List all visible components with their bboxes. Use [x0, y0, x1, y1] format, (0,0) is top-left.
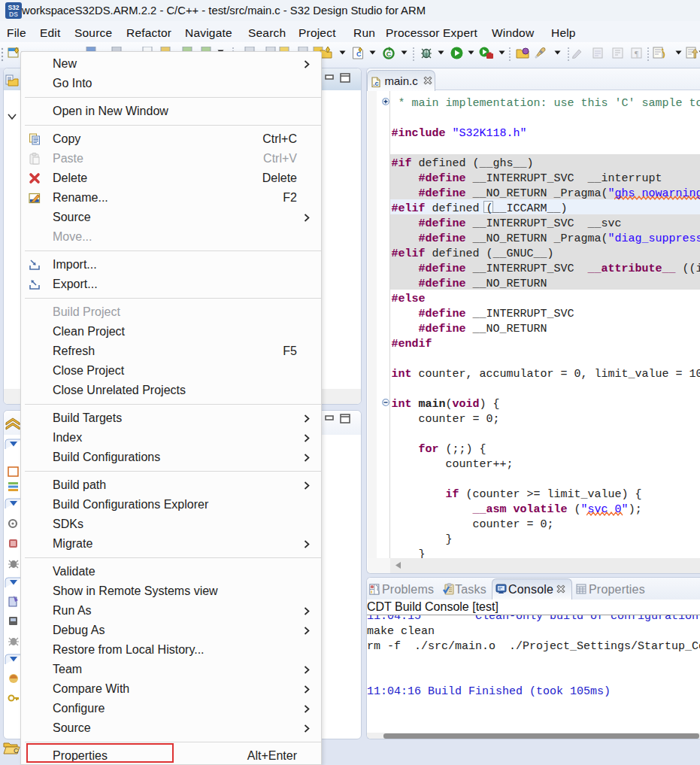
svg-text:C: C — [356, 50, 362, 58]
svg-text:.c: .c — [373, 80, 379, 87]
svg-text:S32: S32 — [8, 4, 19, 11]
svg-text:C: C — [14, 747, 19, 754]
svg-text:¶: ¶ — [635, 49, 638, 58]
svg-text:C: C — [386, 50, 392, 58]
svg-text:DS: DS — [9, 11, 18, 18]
